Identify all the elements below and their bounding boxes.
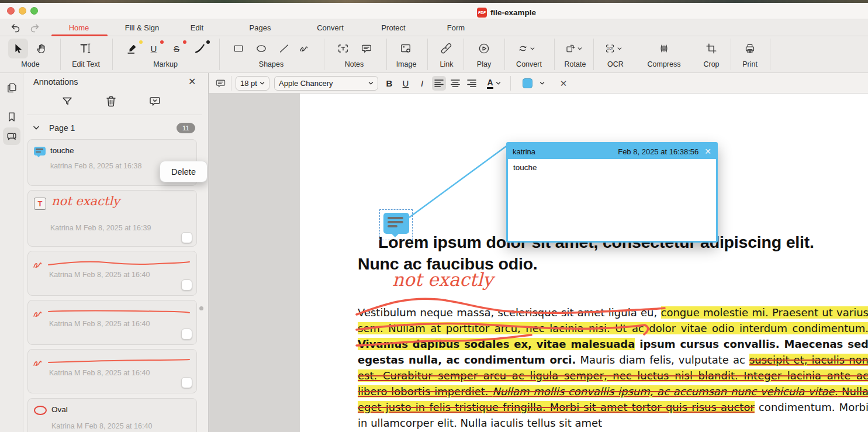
hand-mode-button[interactable] (33, 40, 50, 57)
annotation-card-ink[interactable]: Katrina M Feb 8, 2025 at 16:40 (27, 349, 197, 393)
tab-pages[interactable]: Pages (250, 23, 271, 32)
comment-style-button[interactable] (215, 77, 227, 89)
edit-text-icon (78, 42, 92, 56)
filter-annotations-button[interactable] (60, 94, 74, 108)
compress-button[interactable] (655, 40, 673, 57)
note-popup-header[interactable]: katrina Feb 8, 2025 at 16:38:56 ✕ (508, 144, 716, 159)
printer-icon (743, 42, 756, 55)
annotation-card-ink[interactable]: Katrina M Feb 8, 2025 at 16:40 (27, 300, 197, 345)
ocr-icon: OCR (604, 42, 615, 55)
note-popup-body[interactable]: touche (508, 159, 716, 241)
annotation-card-text[interactable]: T not exactly Katrina M Feb 8, 2025 at 1… (27, 190, 197, 247)
zoom-window-button[interactable] (30, 7, 38, 15)
line-shape-button[interactable] (275, 40, 293, 57)
thumbnails-panel-button[interactable] (5, 81, 18, 94)
italic-button[interactable]: I (416, 76, 428, 91)
close-format-bar-button[interactable]: ✕ (557, 76, 570, 91)
image-button[interactable] (397, 40, 414, 57)
comment-bubble-icon (215, 77, 227, 89)
annotation-card-oval[interactable]: Oval Katrina M Feb 8, 2025 at 16:40 (27, 398, 197, 432)
rotate-icon (565, 42, 576, 55)
note-popup[interactable]: katrina Feb 8, 2025 at 16:38:56 ✕ touche (506, 142, 718, 243)
note-annotation-anchor[interactable] (379, 209, 413, 240)
chevron-down-icon (496, 81, 501, 85)
annotation-meta: katrina Feb 8, 2025 at 16:38 (50, 162, 141, 170)
annotation-meta: Katrina M Feb 8, 2025 at 16:40 (49, 271, 150, 279)
scribble-shape-button[interactable] (296, 40, 313, 57)
note-author: katrina (513, 147, 612, 156)
close-window-button[interactable] (7, 7, 15, 15)
undo-button[interactable] (9, 22, 22, 34)
group-label-link: Link (440, 60, 454, 68)
convert-loop-icon (517, 42, 528, 55)
window-title: file-example (490, 8, 536, 17)
underline-button[interactable]: U (399, 76, 412, 91)
svg-text:OCR: OCR (607, 47, 613, 50)
ink-icon (33, 357, 44, 368)
tab-protect[interactable]: Protect (381, 23, 405, 32)
tab-home[interactable]: Home (69, 23, 89, 32)
align-right-button[interactable] (465, 76, 479, 91)
panel-divider (27, 115, 202, 115)
panel-scrollbar-thumb[interactable] (199, 306, 203, 310)
play-button[interactable] (475, 40, 493, 57)
pointer-mode-button[interactable] (8, 39, 28, 58)
annotation-card-ink[interactable]: Katrina M Feb 8, 2025 at 16:40 (27, 251, 197, 296)
tab-convert[interactable]: Convert (317, 23, 344, 32)
titlebar[interactable]: PDF file-example (0, 3, 868, 19)
edit-text-button[interactable] (77, 40, 94, 57)
tab-fill-sign[interactable]: Fill & Sign (125, 23, 160, 32)
color-swatch (523, 78, 532, 88)
group-label-notes: Notes (345, 60, 364, 68)
chevron-down-icon (530, 47, 535, 51)
note-icon (34, 147, 46, 155)
tab-form[interactable]: Form (447, 23, 465, 32)
link-button[interactable] (438, 40, 455, 57)
delete-annotations-button[interactable] (104, 94, 118, 108)
ink-icon (33, 259, 44, 269)
ribbon-tabbar: Home Fill & Sign Edit Pages Convert Prot… (0, 19, 868, 36)
print-button[interactable] (741, 40, 759, 57)
oval-shape-button[interactable] (253, 40, 270, 57)
font-color-button[interactable]: A (483, 76, 504, 91)
annotation-color-select[interactable] (516, 76, 551, 91)
tab-edit[interactable]: Edit (191, 23, 203, 32)
text-note-button[interactable] (334, 40, 352, 57)
close-panel-button[interactable]: ✕ (188, 76, 196, 87)
annotation-checkbox[interactable] (181, 377, 192, 388)
crop-button[interactable] (703, 40, 720, 57)
text-annotation-callout[interactable]: not exactly (392, 269, 493, 290)
convert-button[interactable] (517, 40, 535, 57)
font-family-select[interactable]: Apple Chancery (274, 76, 378, 91)
rotate-button[interactable] (565, 40, 582, 57)
comment-options-button[interactable] (148, 94, 162, 108)
align-left-button[interactable] (432, 76, 446, 91)
pen-icon (193, 42, 206, 55)
redo-button[interactable] (28, 22, 41, 34)
ocr-button[interactable]: OCR (604, 40, 622, 57)
annotation-checkbox[interactable] (181, 279, 192, 291)
page-group-label[interactable]: Page 1 (49, 123, 75, 133)
annotations-panel-button[interactable] (5, 130, 18, 143)
rectangle-shape-button[interactable] (230, 40, 247, 57)
comment-note-button[interactable] (358, 40, 375, 57)
annotation-title: Oval (51, 405, 68, 414)
align-center-button[interactable] (448, 76, 462, 91)
annotation-checkbox[interactable] (181, 232, 192, 243)
underline-icon: U (151, 44, 157, 54)
bookmarks-panel-button[interactable] (5, 110, 18, 123)
annotation-checkbox[interactable] (181, 329, 192, 340)
font-size-select[interactable]: 18 pt (236, 76, 269, 91)
group-label-shapes: Shapes (259, 60, 283, 68)
bold-button[interactable]: B (383, 76, 396, 91)
close-note-button[interactable]: ✕ (704, 147, 711, 156)
delete-context-button[interactable]: Delete (160, 161, 208, 182)
minimize-window-button[interactable] (19, 7, 26, 15)
comment-bubble-icon (360, 42, 373, 55)
document-viewer[interactable]: Lorem ipsum dolor sit amet, consectetur … (209, 94, 868, 432)
group-label-rotate: Rotate (565, 60, 586, 68)
annotation-meta: Katrina M Feb 8, 2025 at 16:39 (50, 224, 151, 232)
pdf-page[interactable]: Lorem ipsum dolor sit amet, consectetur … (300, 94, 868, 432)
rectangle-icon (232, 42, 245, 55)
collapse-page-group-button[interactable] (33, 125, 40, 130)
